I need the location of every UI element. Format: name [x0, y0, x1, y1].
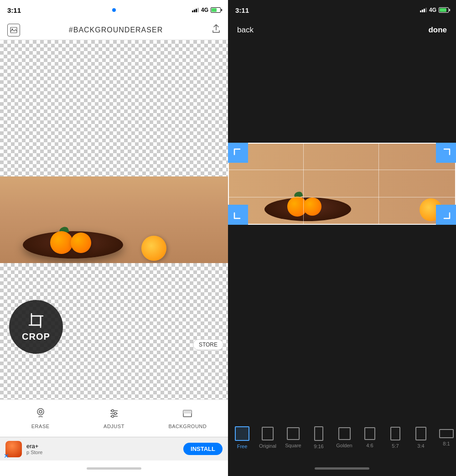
- ratio-box-original: [262, 427, 274, 440]
- back-button[interactable]: back: [237, 26, 254, 35]
- orange2: [71, 233, 91, 253]
- crop-label: CROP: [22, 331, 50, 342]
- crop-tools-bottom: Free Original Square 9:16 Golden 4:6 5:7: [228, 415, 456, 460]
- ratio-box-free: [235, 426, 249, 441]
- crop-frame[interactable]: [228, 143, 456, 225]
- ratio-box-81: [439, 429, 454, 438]
- adjust-label: ADJUST: [104, 424, 124, 429]
- home-indicator-left: [0, 460, 228, 476]
- ad-title: era+: [26, 443, 179, 450]
- svg-rect-16: [183, 410, 192, 414]
- right-panel: 3:11 4G back done: [228, 0, 456, 476]
- ratio-label-golden: Golden: [336, 443, 352, 448]
- background-label: BACKGROUND: [168, 424, 207, 429]
- crop-icon: [28, 312, 44, 329]
- home-bar-right: [315, 467, 369, 470]
- ratio-box-golden: [338, 427, 351, 440]
- erase-tool[interactable]: ERASE: [4, 408, 77, 429]
- ratio-free[interactable]: Free: [230, 419, 254, 456]
- ratio-916[interactable]: 9:16: [306, 419, 331, 456]
- top-bar: #BACKGROUNDERASER: [0, 20, 228, 40]
- bowl-scene: [0, 176, 228, 263]
- signal-icon: [192, 8, 199, 12]
- ad-subtitle: p Store: [26, 450, 179, 455]
- svg-point-8: [39, 410, 42, 413]
- notch-dot: [112, 8, 116, 12]
- canvas-area: STORE CROP: [0, 40, 228, 399]
- ratio-original[interactable]: Original: [255, 419, 280, 456]
- ratio-box-916: [314, 426, 323, 441]
- ratio-box-46: [364, 427, 375, 440]
- svg-point-13: [114, 412, 116, 414]
- lte-icon: 4G: [201, 7, 208, 13]
- crop-handle-tr[interactable]: [436, 143, 456, 163]
- home-indicator-right: [228, 460, 456, 476]
- done-button[interactable]: done: [428, 26, 447, 35]
- erase-label: ERASE: [31, 424, 50, 429]
- ratio-label-34: 3:4: [417, 443, 424, 449]
- ratio-label-square: Square: [285, 443, 301, 448]
- share-icon[interactable]: [212, 24, 221, 36]
- battery-icon: [211, 7, 221, 13]
- lte-icon-right: 4G: [429, 7, 436, 13]
- svg-point-12: [111, 409, 114, 412]
- status-icons-right: 4G: [420, 7, 449, 13]
- c-orange2: [303, 197, 321, 216]
- ratio-golden[interactable]: Golden: [332, 419, 357, 456]
- battery-fill: [212, 8, 217, 12]
- time-left: 3:11: [7, 6, 21, 14]
- time-right: 3:11: [235, 6, 249, 14]
- ratio-34[interactable]: 3:4: [409, 419, 433, 456]
- crop-overlay[interactable]: CROP: [9, 300, 63, 354]
- status-bar-right: 3:11 4G: [228, 0, 456, 20]
- install-button[interactable]: INSTALL: [183, 443, 223, 455]
- crop-handle-br[interactable]: [436, 205, 456, 225]
- dark-area-top: [228, 40, 456, 140]
- dark-area-mid: [228, 227, 456, 415]
- svg-rect-2: [31, 316, 41, 325]
- checker-top: [0, 40, 228, 176]
- orange3: [141, 236, 166, 261]
- ratio-box-57: [390, 427, 400, 440]
- svg-rect-17: [183, 414, 192, 417]
- ratio-label-original: Original: [259, 443, 276, 449]
- background-icon: [182, 408, 193, 422]
- gallery-icon[interactable]: [7, 24, 20, 36]
- crop-bg: [228, 143, 456, 225]
- ad-close-icon[interactable]: ✕: [4, 452, 9, 460]
- crop-handle-tl[interactable]: [228, 143, 248, 163]
- ratio-label-free: Free: [237, 444, 248, 449]
- battery-icon-right: [439, 7, 449, 13]
- ratio-label-81: 8:1: [443, 441, 450, 446]
- crop-image-area: [228, 140, 456, 227]
- crop-handle-bl[interactable]: [228, 205, 248, 225]
- ratio-label-916: 9:16: [314, 444, 323, 449]
- svg-point-7: [37, 409, 44, 415]
- adjust-icon: [109, 408, 119, 422]
- store-button[interactable]: STORE: [193, 339, 223, 350]
- nav-bar-right: back done: [228, 20, 456, 40]
- erase-icon: [35, 408, 46, 422]
- ad-text: era+ p Store: [26, 443, 179, 455]
- crop-bowl-scene: [228, 143, 456, 225]
- left-panel: 3:11 4G #BACKGROUNDERASER: [0, 0, 228, 476]
- image-strip: [0, 176, 228, 263]
- ratio-square[interactable]: Square: [281, 419, 306, 456]
- bottom-toolbar: ERASE ADJUST: [0, 399, 228, 437]
- svg-point-14: [111, 415, 114, 417]
- ratio-81[interactable]: 8:1: [434, 419, 456, 456]
- signal-icon-right: [420, 8, 427, 12]
- ratio-label-57: 5:7: [392, 443, 399, 449]
- ratio-46[interactable]: 4:6: [358, 419, 382, 456]
- background-tool[interactable]: BACKGROUND: [151, 408, 224, 429]
- app-title: #BACKGROUNDERASER: [69, 26, 163, 34]
- battery-fill-right: [440, 8, 446, 12]
- orange1: [50, 231, 73, 254]
- ratio-box-34: [415, 427, 426, 440]
- adjust-tool[interactable]: ADJUST: [77, 408, 150, 429]
- status-icons-left: 4G: [192, 7, 221, 13]
- home-bar-left: [87, 467, 141, 470]
- ratio-box-square: [287, 427, 300, 440]
- status-bar-left: 3:11 4G: [0, 0, 228, 20]
- ratio-57[interactable]: 5:7: [383, 419, 408, 456]
